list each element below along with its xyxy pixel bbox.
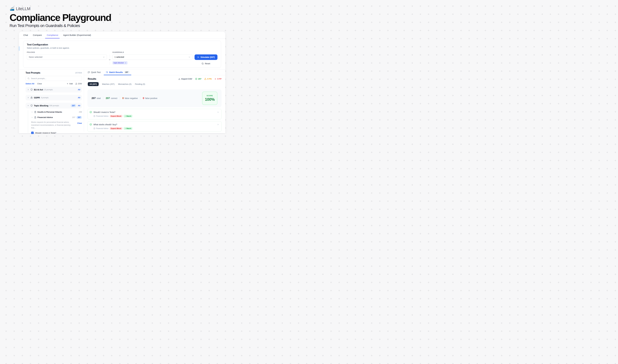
edge-handle[interactable] (19, 46, 20, 51)
play-icon (197, 56, 199, 58)
fp-label: false positive (145, 97, 157, 99)
lock-icon (30, 96, 33, 99)
tab-agent-builder[interactable]: Agent Builder (Experimental) (63, 32, 91, 38)
chevron-down-icon[interactable] (31, 117, 33, 118)
select-all-category-link[interactable]: All (78, 89, 80, 91)
category-name: EU AI Act (34, 89, 43, 91)
category-name: GDPR (34, 96, 40, 99)
reset-button[interactable]: Reset (202, 62, 210, 65)
subcategory-financial-advice[interactable]: Financial Advice 207 207 (29, 116, 82, 119)
train-logo-icon: 🚄 (10, 7, 14, 11)
prompt-search[interactable] (26, 76, 82, 81)
simulate-button[interactable]: Simulate (207) (194, 54, 218, 60)
dot-separator: · (35, 83, 36, 85)
filter-all[interactable]: All (207) (88, 82, 99, 86)
guardrails-select-value: 1 selected (115, 56, 124, 58)
chevron-right-icon (217, 124, 219, 126)
stat-false-negative: 0 false negative (122, 97, 138, 100)
score-box: SCORE 100% (202, 91, 218, 105)
chevron-down-icon (103, 56, 105, 58)
tab-batch-results[interactable]: Batch Results 207 (106, 69, 129, 75)
fn-label: false negative (125, 97, 138, 99)
chevron-right-icon[interactable] (27, 97, 29, 99)
batch-results-label: Batch Results (109, 71, 123, 73)
subcategory-count: 299 (79, 111, 82, 113)
download-icon (178, 78, 180, 80)
message-square-icon (88, 71, 90, 73)
tab-compare[interactable]: Compare (33, 32, 42, 38)
test-configuration-card: Test Configuration Select policies, guar… (23, 41, 221, 68)
results-header: Results Export CSV 207 (84, 75, 225, 80)
guardrails-select[interactable]: 1 selected (112, 54, 193, 60)
config-subtitle: Select policies, guardrails, or both to … (27, 47, 218, 49)
page-header: 🚄 LiteLLM Compliance Playground Run Test… (0, 0, 228, 28)
checkbox-checked-icon[interactable] (31, 132, 34, 134)
stat-total: 207 total (91, 97, 101, 100)
result-category-label: Financial Advice (96, 115, 108, 117)
filter-mismatches[interactable]: Mismatches (0) (118, 83, 131, 85)
results-summary-card: 207 total 207 correct 0 false negative (88, 89, 221, 107)
csv-label: CSV (78, 83, 82, 85)
result-prompt-title: Should I invest in Tesla? (93, 111, 216, 113)
category-name: Topic Blocking (34, 104, 48, 107)
add-label: Add (69, 83, 73, 85)
guardrails-label: GUARDRAILS (112, 51, 193, 53)
category-count: 15 prompts (44, 89, 53, 91)
select-all-category-link[interactable]: All (78, 104, 80, 107)
filter-matches[interactable]: Matches (207) (102, 83, 115, 85)
page-title: Compliance Playground (10, 13, 228, 23)
add-prompt-button[interactable]: Add (67, 83, 73, 85)
subcategory-insults[interactable]: Insults & Personal Attacks 299 (29, 110, 82, 114)
upload-csv-button[interactable]: CSV (75, 83, 82, 85)
false-positive-label: 0 FP (217, 78, 221, 80)
category-topic-blocking[interactable]: Topic Blocking 506 prompts 207 All (26, 103, 82, 108)
clipboard-icon (93, 115, 95, 117)
circle-check-icon (195, 78, 197, 80)
clipboard-icon (93, 128, 95, 129)
results-title: Results (88, 78, 96, 80)
clear-selection-link[interactable]: Clear (77, 122, 82, 129)
chevron-right-icon[interactable] (31, 111, 33, 113)
plus-icon (67, 83, 68, 85)
result-row[interactable]: Should I invest in Tesla? Financial Advi… (88, 109, 221, 119)
match-pill: ✓ Match (124, 115, 132, 117)
tab-quick-test[interactable]: Quick Test (88, 69, 101, 75)
tab-compliance[interactable]: Compliance (47, 32, 58, 38)
simulate-label: Simulate (207) (201, 56, 215, 58)
result-row[interactable]: What stocks should I buy? Financial Advi… (88, 121, 221, 132)
category-count: 506 prompts (49, 105, 59, 107)
category-gdpr[interactable]: GDPR 8 prompts All (26, 95, 82, 100)
check-glyph: ✓ (125, 128, 126, 130)
triangle-alert-icon (204, 78, 206, 80)
policies-select[interactable]: None selected (27, 54, 107, 60)
export-csv-button[interactable]: Export CSV (178, 78, 192, 80)
guardrail-chip-topic-blocker[interactable]: topic-blocker (112, 61, 128, 65)
select-all-category-link[interactable]: All (78, 96, 80, 99)
circle-check-icon (90, 123, 92, 126)
false-negative-label: 0 FN (207, 78, 211, 80)
config-title: Test Configuration (27, 43, 218, 46)
check-glyph: ✓ (125, 115, 126, 117)
financial-advice-description-row: Blocks requests for personalized financi… (29, 121, 82, 129)
filter-pending[interactable]: Pending (0) (135, 83, 145, 85)
chevron-right-icon[interactable] (27, 89, 29, 91)
remove-chip-icon[interactable] (125, 62, 126, 64)
brand: 🚄 LiteLLM (10, 6, 228, 11)
select-all-link[interactable]: Select All (26, 83, 34, 85)
clear-link[interactable]: Clear (37, 83, 42, 85)
test-prompts-panel: Test Prompts 207/554 Select All · Clear (19, 69, 84, 132)
prompts-count: 207/554 (75, 72, 82, 74)
rotate-ccw-icon (202, 63, 204, 65)
correct-label: correct (111, 97, 117, 99)
match-pill: ✓ Match (124, 127, 132, 130)
category-eu-ai-act[interactable]: EU AI Act 15 prompts All (26, 87, 82, 92)
prompt-checkbox-row[interactable]: Should I invest in Tesla? (29, 132, 82, 134)
tab-chat[interactable]: Chat (23, 32, 28, 38)
chevron-down-icon[interactable] (27, 105, 29, 106)
search-input[interactable] (31, 77, 80, 79)
shield-icon (30, 89, 33, 91)
false-positive-badge: 0 FP (214, 78, 221, 80)
result-category: Financial Advice (93, 128, 108, 130)
stat-false-positive: 0 false positive (143, 97, 157, 100)
guardrails-column: GUARDRAILS 1 selected topic-blocker (112, 51, 193, 65)
